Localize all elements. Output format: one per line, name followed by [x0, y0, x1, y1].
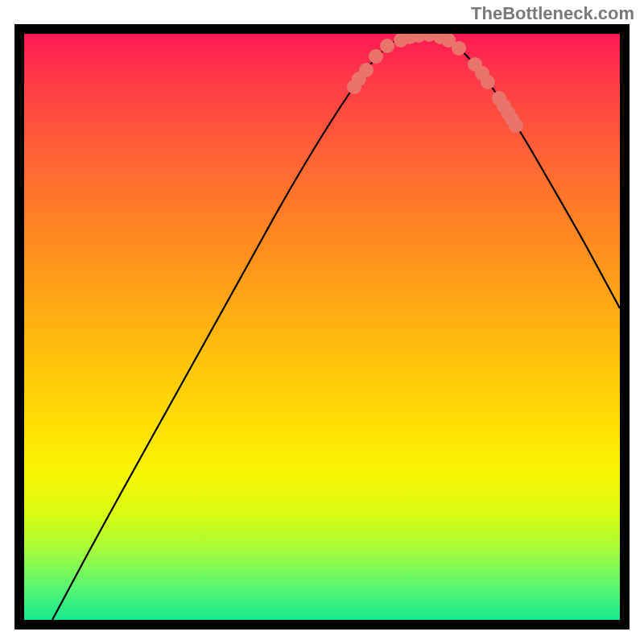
marker-point — [369, 49, 383, 64]
watermark-text: TheBottleneck.com — [471, 3, 634, 24]
marker-point — [452, 41, 466, 56]
curve-line — [52, 35, 620, 620]
chart-svg — [24, 34, 620, 620]
marker-point — [359, 63, 374, 77]
marker-point — [509, 118, 523, 133]
marker-point — [481, 75, 495, 89]
marker-group — [347, 34, 523, 133]
marker-point — [380, 39, 394, 53]
plot-area — [14, 24, 630, 630]
